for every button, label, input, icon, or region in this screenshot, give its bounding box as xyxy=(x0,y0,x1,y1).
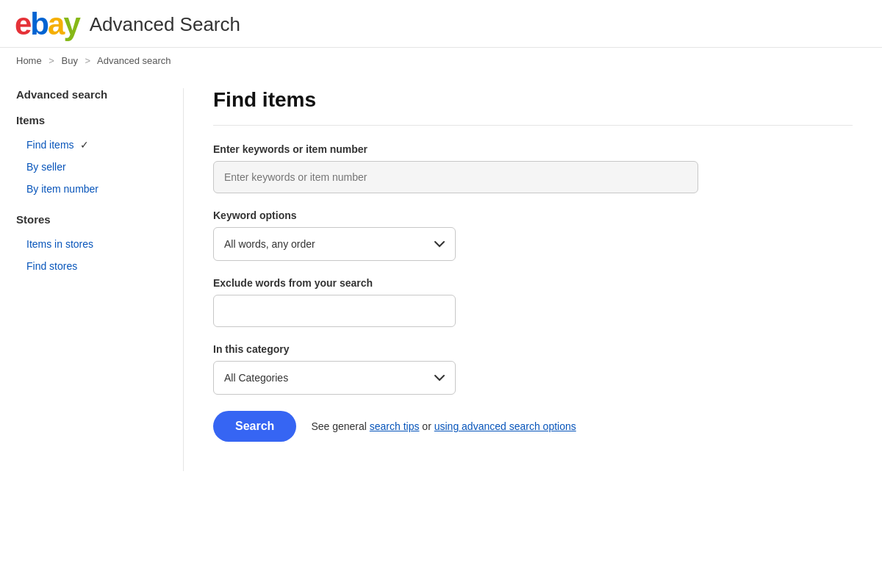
category-select[interactable]: All Categories Antiques Art Baby Books xyxy=(213,361,456,395)
keyword-options-select[interactable]: All words, any order Any words Exact wor… xyxy=(213,227,456,261)
exclude-words-label: Exclude words from your search xyxy=(213,277,853,289)
search-hint: See general search tips or using advance… xyxy=(311,420,576,432)
breadcrumb-sep1: > xyxy=(49,55,54,66)
sidebar-item-by-seller[interactable]: By seller xyxy=(16,156,168,178)
breadcrumb-buy[interactable]: Buy xyxy=(62,55,78,66)
sidebar-title: Advanced search xyxy=(16,88,168,101)
sidebar-item-find-stores[interactable]: Find stores xyxy=(16,255,168,277)
header: ebay Advanced Search xyxy=(0,0,882,48)
breadcrumb-home[interactable]: Home xyxy=(16,55,42,66)
active-checkmark: ✓ xyxy=(80,139,89,151)
hint-prefix: See general xyxy=(311,420,369,432)
exclude-words-input[interactable] xyxy=(213,295,456,327)
logo-b: b xyxy=(30,7,48,41)
main-layout: Advanced search Items Find items ✓ By se… xyxy=(0,74,882,471)
keyword-options-label: Keyword options xyxy=(213,209,853,221)
sidebar-item-find-items[interactable]: Find items ✓ xyxy=(16,134,168,156)
ebay-logo[interactable]: ebay xyxy=(15,9,79,40)
content-area: Find items Enter keywords or item number… xyxy=(184,88,882,471)
advanced-search-options-link[interactable]: using advanced search options xyxy=(434,420,576,432)
hint-middle: or xyxy=(419,420,434,432)
search-button[interactable]: Search xyxy=(213,411,296,442)
logo-y: y xyxy=(63,7,79,41)
breadcrumb: Home > Buy > Advanced search xyxy=(0,48,882,74)
sidebar: Advanced search Items Find items ✓ By se… xyxy=(0,88,184,471)
keywords-input[interactable] xyxy=(213,161,698,193)
sidebar-item-by-item-number[interactable]: By item number xyxy=(16,178,168,200)
page-title: Find items xyxy=(213,88,853,112)
sidebar-item-items-in-stores[interactable]: Items in stores xyxy=(16,233,168,255)
category-field-group: In this category All Categories Antiques… xyxy=(213,343,853,395)
keywords-label: Enter keywords or item number xyxy=(213,143,853,155)
exclude-words-field-group: Exclude words from your search xyxy=(213,277,853,327)
sidebar-section-stores: Stores xyxy=(16,213,168,226)
search-tips-link[interactable]: search tips xyxy=(370,420,420,432)
category-label: In this category xyxy=(213,343,853,355)
header-title: Advanced Search xyxy=(90,13,240,36)
divider xyxy=(213,125,853,126)
breadcrumb-current: Advanced search xyxy=(97,55,171,66)
keywords-field-group: Enter keywords or item number xyxy=(213,143,853,193)
breadcrumb-sep2: > xyxy=(85,55,91,66)
logo-e: e xyxy=(15,7,30,41)
sidebar-section-items: Items xyxy=(16,114,168,126)
search-row: Search See general search tips or using … xyxy=(213,411,853,442)
logo-a: a xyxy=(48,7,63,41)
keyword-options-field-group: Keyword options All words, any order Any… xyxy=(213,209,853,261)
